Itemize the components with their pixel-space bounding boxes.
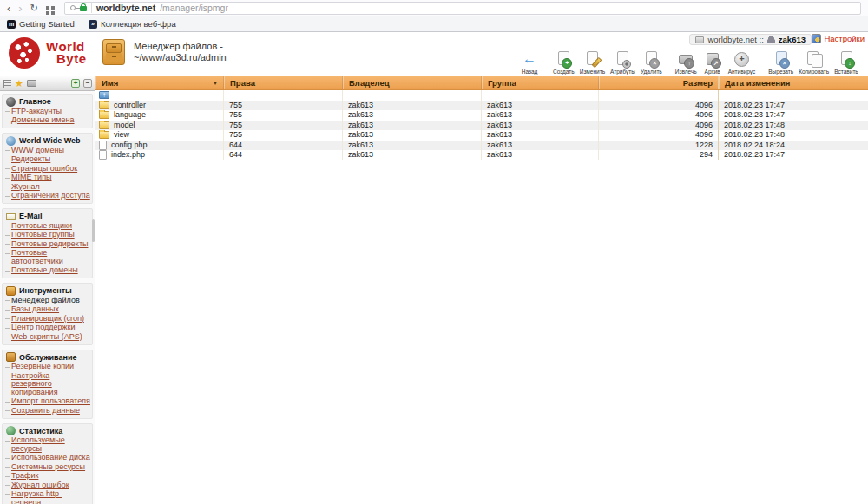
back-nav-icon[interactable]: ‹ [7, 1, 10, 16]
sidebar-item[interactable]: Доменные имена [3, 116, 92, 126]
sidebar-item[interactable]: FTP-аккаунты [3, 107, 92, 116]
delete-icon [641, 51, 661, 68]
column-header-1[interactable]: Права [224, 76, 343, 89]
sidebar-item[interactable]: Использование диска [3, 454, 92, 463]
column-header-label: Дата изменения [725, 78, 790, 88]
sidebar-item[interactable]: Редиректы [3, 155, 92, 165]
size-cell: 4096 [599, 121, 719, 131]
column-header-0[interactable]: Имя▼ [95, 76, 224, 89]
sidebar-item-active[interactable]: Менеджер файлов [3, 296, 92, 305]
toolbar-paste-button[interactable]: Вставить [832, 51, 860, 75]
reload-icon[interactable]: ↻ [30, 1, 38, 16]
sidebar-item[interactable]: Журнал [3, 182, 92, 192]
owner-cell: zak613 [343, 150, 482, 160]
toolbar-back-button[interactable]: Назад [517, 51, 542, 75]
sidebar-item[interactable]: Используемые ресурсы [3, 436, 92, 454]
sidebar-item[interactable]: Почтовые группы [3, 231, 92, 240]
star-icon[interactable] [15, 79, 23, 88]
sidebar-scrollbar[interactable] [92, 219, 95, 242]
file-name: index.php [111, 150, 145, 160]
sidebar-section-title: Главное [3, 96, 92, 107]
sidebar-item[interactable]: Почтовые редиректы [3, 239, 92, 249]
sidebar-item[interactable]: WWW домены [3, 146, 92, 155]
toolbar-create-button[interactable]: Создать [551, 51, 576, 75]
column-header-label: Владелец [349, 78, 390, 88]
sidebar-item[interactable]: Почтовые ящики [3, 221, 92, 231]
table-row[interactable] [95, 90, 868, 101]
key-icon[interactable] [70, 5, 76, 10]
account-host: worldbyte.net :: [707, 35, 763, 44]
column-header-5[interactable]: Дата изменения [719, 76, 868, 89]
toolbar-edit-button[interactable]: Изменить [578, 51, 607, 75]
column-header-2[interactable]: Владелец [343, 76, 482, 89]
address-bar[interactable]: worldbyte.net/manager/ispmgr [64, 2, 861, 15]
copy-icon [804, 51, 825, 68]
collection-favicon [89, 20, 97, 29]
file-name-cell: language [95, 110, 224, 121]
cut-icon [771, 51, 792, 68]
sidebar-item[interactable]: Ограничения доступа [3, 192, 92, 201]
table-row[interactable]: controller755zak613zak61340962018.02.23 … [95, 101, 868, 111]
toolbar-edit-label: Изменить [580, 69, 605, 75]
bookmarks-bar: Getting Started Коллекция веб-фра [0, 16, 868, 32]
column-header-label: Размер [683, 78, 713, 88]
table-row[interactable]: view755zak613zak61340962018.02.23 17:48 [95, 130, 868, 141]
file-name-cell: model [95, 121, 224, 131]
sidebar-item[interactable]: Системные ресурсы [3, 462, 92, 472]
sidebar-item[interactable]: Центр поддержки [3, 324, 92, 333]
table-row[interactable]: index.php644zak613zak6132942018.02.23 17… [95, 150, 868, 160]
collapse-all-button[interactable] [83, 79, 92, 88]
toolbar-cut-button[interactable]: Вырезать [766, 51, 795, 75]
table-row[interactable]: model755zak613zak61340962018.02.23 17:48 [95, 121, 868, 131]
toolbar-back-label: Назад [519, 69, 540, 75]
expand-all-button[interactable] [71, 79, 80, 88]
forward-nav-icon[interactable]: › [18, 1, 22, 16]
owner-cell: zak613 [343, 110, 482, 121]
column-header-4[interactable]: Размер [599, 76, 719, 89]
toolbar-attributes-button[interactable]: Атрибуты [608, 51, 637, 75]
column-header-3[interactable]: Группа [482, 76, 599, 89]
sidebar-item[interactable]: Настройка резервного копирования [3, 371, 92, 397]
file-name-cell: view [95, 130, 224, 141]
toolbar-cut-label: Вырезать [768, 69, 793, 75]
sidebar-item[interactable]: Почтовые автоответчики [3, 249, 92, 266]
group-cell: zak613 [482, 150, 599, 160]
bookmark-getting-started[interactable]: Getting Started [7, 19, 75, 29]
sidebar-section: E-MailПочтовые ящикиПочтовые группыПочто… [2, 208, 93, 278]
secure-lock-icon[interactable] [80, 6, 87, 11]
case-icon[interactable] [27, 80, 36, 87]
menu-icon[interactable] [3, 80, 11, 88]
sidebar-item[interactable]: Нагрузка http-сервера [3, 490, 92, 504]
sidebar-item[interactable]: Журнал ошибок [3, 481, 92, 490]
sidebar-item[interactable]: Импорт пользователя [3, 397, 92, 407]
page-title-block: Менеджер файлов - ~/www/au3d.ru/admin [102, 39, 227, 65]
toolbar-copy-button[interactable]: Копировать [797, 51, 831, 75]
table-row[interactable]: config.php644zak613zak61312282018.02.24 … [95, 141, 868, 151]
settings-link[interactable]: Настройки [812, 34, 865, 43]
bookmark-web-collection[interactable]: Коллекция веб-фра [89, 19, 176, 29]
sidebar-item[interactable]: Web-скрипты (APS) [3, 332, 92, 342]
sidebar-item[interactable]: Почтовые домены [3, 266, 92, 276]
sidebar-item[interactable]: MIME типы [3, 173, 92, 183]
toolbar-delete-button[interactable]: Удалить [639, 51, 664, 75]
group-cell: zak613 [482, 141, 599, 151]
toolbar-archive-button[interactable]: Архив [700, 51, 725, 75]
file-name-cell: controller [95, 101, 224, 111]
sidebar-item[interactable]: Базы данных [3, 305, 92, 315]
sidebar-item[interactable]: Сохранить данные [3, 406, 92, 416]
sidebar-item[interactable]: Резервные копии [3, 363, 92, 372]
toolbar-antivirus-button[interactable]: Антивирус [727, 51, 758, 75]
table-row[interactable]: language755zak613zak61340962018.02.23 17… [95, 110, 868, 121]
sidebar-item[interactable]: Трафик [3, 472, 92, 481]
worldbyte-logo: World Byte [9, 37, 87, 69]
sidebar-sections: ГлавноеFTP-аккаунтыДоменные именаWorld W… [0, 91, 95, 504]
file-manager-icon [102, 39, 125, 65]
speed-dial-grid-icon[interactable] [46, 6, 49, 10]
group-cell [482, 90, 599, 101]
content: ГлавноеFTP-аккаунтыДоменные именаWorld W… [0, 76, 868, 504]
sidebar-item[interactable]: Планировщик (cron) [3, 314, 92, 324]
folder-icon [99, 121, 109, 129]
sidebar-item[interactable]: Страницы ошибок [3, 164, 92, 173]
toolbar-extract-button[interactable]: Извлечь [674, 51, 699, 75]
archive-icon [702, 51, 723, 68]
